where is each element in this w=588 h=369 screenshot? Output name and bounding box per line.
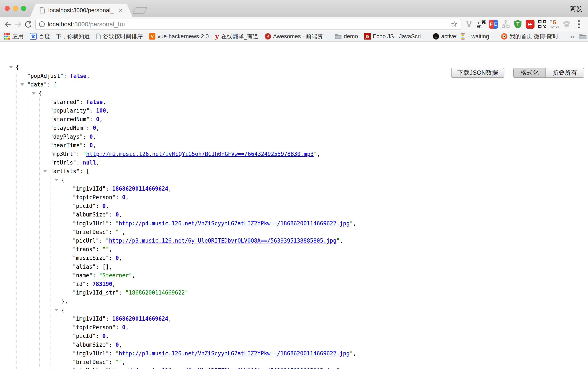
bookmark-item[interactable]: AAwesomes - 前端资…: [265, 33, 329, 40]
json-key: "img1v1Id": [73, 316, 106, 322]
json-num-value: 0: [116, 211, 119, 218]
back-icon[interactable]: [3, 19, 13, 29]
page-content: 下载JSON数据 格式化 折叠所有 {"popAdjust": false,"d…: [0, 63, 588, 369]
json-line: "picUrl": "http://p3.music.126.net/6y-Ul…: [73, 237, 588, 245]
bookmark-star-icon[interactable]: ☆: [451, 20, 458, 28]
json-link[interactable]: http://p3.music.126.net/6y-UleORITEDbvrO…: [109, 238, 336, 244]
json-line: "hearTime": 0,: [50, 141, 588, 150]
bookmark-item[interactable]: 百度一下，你就知道: [30, 33, 90, 40]
json-string-quote: ": [314, 151, 317, 157]
bookmark-label: active: ⏳ - waiting…: [441, 33, 495, 40]
browser-tab[interactable]: localhost:3000/personal_fm ×: [30, 4, 132, 17]
vue-devtools-icon[interactable]: V: [464, 19, 474, 29]
json-link[interactable]: http://m2.music.126.net/ivMcQYiG5oh7BCJh…: [86, 151, 314, 157]
page-info-icon[interactable]: [39, 21, 45, 27]
bookmarks-overflow-icon[interactable]: »: [570, 33, 574, 40]
html5-player-icon[interactable]: 5 PLAYER: [550, 19, 559, 29]
url-bar[interactable]: localhost:3000/personal_fm ☆: [35, 19, 461, 30]
json-line: "musicSize": 0,: [73, 254, 588, 262]
json-line: "albumSize": 0,: [73, 341, 588, 349]
json-tree: {"popAdjust": false,"data": [{"starred":…: [0, 63, 588, 369]
bookmark-label: 我的首页 微博-随时…: [509, 33, 564, 40]
bookmark-item[interactable]: JSEcho JS - JavaScri…: [364, 33, 426, 40]
collapse-triangle-icon[interactable]: [43, 170, 47, 172]
json-num-value: 0: [102, 333, 106, 339]
chrome-menu-icon[interactable]: [574, 19, 584, 29]
json-link[interactable]: http://p3.music.126.net/VnZiScyynLG7atLI…: [119, 350, 350, 357]
bookmark-item[interactable]: 我的首页 微博-随时…: [501, 33, 564, 40]
new-tab-button[interactable]: [132, 7, 147, 14]
zoom-window-button[interactable]: [21, 6, 26, 11]
qr-code-icon[interactable]: [537, 19, 547, 29]
json-key: "rtUrls": [50, 160, 76, 166]
collapse-triangle-icon[interactable]: [54, 309, 59, 311]
tab-close-icon[interactable]: ×: [119, 7, 123, 14]
profile-name[interactable]: 阿发: [569, 5, 583, 13]
json-num-value: 18686200114669624: [112, 186, 168, 192]
json-line: },: [61, 297, 588, 306]
tampermonkey-icon[interactable]: T: [513, 19, 523, 29]
json-key: "img1v1Id_str": [73, 289, 119, 296]
translate-icon[interactable]: 英 ⇄ en: [476, 19, 486, 29]
collapse-triangle-icon[interactable]: [54, 179, 59, 181]
url-path: :3000/personal_fm: [73, 21, 125, 28]
json-string-quote: ": [336, 238, 340, 244]
json-link[interactable]: http://p4.music.126.net/6y-UleORITEDbvrO…: [109, 368, 336, 369]
json-string-quote: ": [350, 220, 353, 227]
forward-icon[interactable]: [13, 19, 23, 29]
json-line: "trans": "",: [73, 245, 588, 254]
fe-helper-icon[interactable]: FE: [489, 19, 498, 29]
bookmark-item[interactable]: demo: [335, 33, 358, 40]
json-line: "data": [: [27, 80, 588, 89]
json-line: "img1v1Id": 18686200114669624,: [73, 184, 588, 193]
json-line: "topicPerson": 0,: [73, 323, 588, 332]
json-key: "data": [27, 81, 47, 88]
paw-icon[interactable]: [562, 19, 572, 29]
bookmark-item[interactable]: y在线翻译_有道: [215, 33, 258, 40]
json-key: "hearTime": [50, 142, 83, 149]
bookmark-item[interactable]: Vvue-hackernews-2.0: [149, 33, 209, 40]
bookmark-label: vue-hackernews-2.0: [158, 33, 209, 40]
json-key: "trans": [73, 246, 96, 252]
json-key: "picId": [73, 333, 96, 339]
reload-icon[interactable]: [23, 19, 33, 29]
json-children: "img1v1Id": 18686200114669624,"topicPers…: [62, 315, 588, 369]
json-key: "artists": [50, 168, 80, 174]
sitemap-icon[interactable]: [501, 19, 511, 29]
collapse-triangle-icon[interactable]: [32, 92, 36, 95]
baidu-paw-icon: [30, 33, 37, 40]
bookmark-items: 应用百度一下，你就知道谷歌按时间排序Vvue-hackernews-2.0y在线…: [4, 33, 564, 40]
vue-hackernews-icon: V: [149, 33, 155, 40]
bookmark-item[interactable]: ↓active: ⏳ - waiting…: [433, 33, 495, 40]
json-key: "musicSize": [73, 255, 109, 261]
collapse-triangle-icon[interactable]: [9, 66, 13, 69]
json-num-value: 0: [116, 342, 119, 348]
tab-title: localhost:3000/personal_fm: [48, 7, 114, 14]
json-line: "briefDesc": "",: [73, 358, 588, 367]
bookmark-item[interactable]: 应用: [4, 33, 24, 40]
json-line: "img1v1Url": "http://p3.music.126.net/Vn…: [73, 349, 588, 358]
other-bookmarks-folder[interactable]: 其他书签: [579, 33, 588, 40]
bookmark-item[interactable]: 谷歌按时间排序: [96, 33, 143, 40]
json-line: "popAdjust": false,: [27, 72, 588, 80]
json-children: {"img1v1Id": 18686200114669624,"topicPer…: [51, 176, 588, 369]
fast-forward-icon[interactable]: ▶▶: [525, 19, 535, 29]
extension-icons: V 英 ⇄ en FE T ▶▶: [464, 19, 584, 29]
json-line: "briefDesc": "",: [73, 228, 588, 237]
json-line: "picUrl": "http://p4.music.126.net/6y-Ul…: [73, 367, 588, 369]
download-circle-icon: ↓: [433, 33, 439, 40]
json-line: {: [16, 63, 588, 72]
json-key: "albumSize": [73, 342, 109, 348]
json-num-value: 100: [96, 108, 106, 114]
weibo-icon: [501, 33, 507, 40]
minimize-window-button[interactable]: [13, 6, 18, 11]
json-key: "mp3Url": [50, 151, 76, 157]
json-num-value: 783190: [93, 281, 112, 287]
json-line: {: [61, 306, 588, 315]
json-link[interactable]: http://p4.music.126.net/VnZiScyynLG7atLI…: [119, 220, 350, 227]
collapse-triangle-icon[interactable]: [20, 83, 24, 86]
close-window-button[interactable]: [5, 6, 10, 11]
json-key: "briefDesc": [73, 359, 109, 365]
json-children: {"starred": false,"popularity": 100,"sta…: [28, 89, 588, 369]
json-num-value: 0: [90, 142, 93, 149]
